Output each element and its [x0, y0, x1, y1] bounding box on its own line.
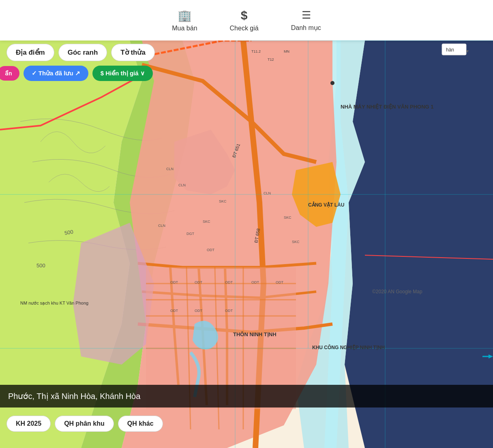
filter-dia-diem[interactable]: Địa điểm	[6, 44, 54, 61]
status-price-btn[interactable]: $ Hiển thị giá ∨	[92, 66, 153, 81]
address-bar: Phước, Thị xã Ninh Hòa, Khánh Hòa	[0, 385, 493, 407]
svg-text:ODT: ODT	[207, 248, 215, 252]
svg-text:hàn: hàn	[446, 47, 454, 53]
status-saved-btn[interactable]: ✓ Thửa đã lưu ↗	[24, 66, 88, 81]
nav-danh-muc[interactable]: ☰ Danh mục	[285, 6, 328, 35]
svg-text:CẢNG VẬT LÀU: CẢNG VẬT LÀU	[308, 201, 344, 208]
svg-text:SKC: SKC	[203, 220, 210, 224]
building-icon: 🏢	[178, 9, 192, 22]
svg-text:T11.2: T11.2	[251, 49, 261, 53]
svg-text:SKC: SKC	[284, 215, 292, 220]
svg-text:©2020 AN Google Map: ©2020 AN Google Map	[372, 289, 422, 294]
svg-text:ODT: ODT	[170, 280, 178, 284]
svg-text:ODT: ODT	[195, 280, 203, 284]
svg-text:NM nước sạch khu KT Vân Phong: NM nước sạch khu KT Vân Phong	[20, 301, 88, 306]
nav-danh-muc-label: Danh mục	[291, 24, 321, 32]
svg-text:▼: ▼	[465, 49, 469, 53]
svg-text:THÔN NINH TỊNH: THÔN NINH TỊNH	[233, 331, 277, 337]
dollar-icon: $	[241, 9, 248, 22]
svg-point-51	[330, 81, 334, 85]
svg-text:SKC: SKC	[219, 199, 227, 203]
nav-mua-ban-label: Mua bán	[172, 25, 197, 32]
pink-tag[interactable]: ẩn	[0, 66, 19, 81]
top-nav: 🏢 Mua bán $ Check giá ☰ Danh mục	[0, 0, 493, 41]
filter-to-thua[interactable]: Tờ thửa	[111, 44, 155, 61]
svg-text:ODT: ODT	[225, 280, 233, 284]
svg-text:ODT: ODT	[170, 309, 178, 313]
svg-text:CLN: CLN	[166, 167, 174, 171]
svg-text:ODT: ODT	[195, 309, 203, 313]
nav-check-gia[interactable]: $ Check giá	[223, 5, 265, 35]
svg-text:T12: T12	[268, 58, 274, 62]
bottom-filter-row: KH 2025 QH phân khu QH khác	[6, 416, 163, 432]
svg-text:CLN: CLN	[158, 224, 165, 228]
svg-text:CLN: CLN	[264, 191, 271, 195]
svg-text:ODT: ODT	[276, 280, 284, 284]
svg-text:ODT: ODT	[225, 309, 233, 313]
btn-qh-phan-khu[interactable]: QH phân khu	[55, 416, 114, 432]
btn-kh-2025[interactable]: KH 2025	[6, 416, 51, 432]
filter-goc-ranh[interactable]: Góc ranh	[58, 44, 107, 61]
status-row: ẩn ✓ Thửa đã lưu ↗ $ Hiển thị giá ∨	[0, 66, 153, 81]
svg-text:NHÀ MÁY NHIỆT ĐIỆN VÂN PHONG 1: NHÀ MÁY NHIỆT ĐIỆN VÂN PHONG 1	[341, 103, 434, 110]
menu-icon: ☰	[302, 9, 310, 21]
nav-check-gia-label: Check giá	[230, 25, 259, 32]
svg-text:500: 500	[36, 262, 45, 269]
nav-mua-ban[interactable]: 🏢 Mua bán	[165, 6, 204, 35]
svg-text:MN: MN	[284, 49, 289, 53]
svg-text:SKC: SKC	[292, 240, 300, 244]
svg-text:KHU CÔNG NGHIỆP NINH TỊNH: KHU CÔNG NGHIỆP NINH TỊNH	[312, 344, 385, 350]
svg-text:CLN: CLN	[178, 183, 186, 187]
svg-text:DGT: DGT	[186, 232, 195, 236]
svg-text:ODT: ODT	[251, 280, 259, 284]
btn-qh-khac[interactable]: QH khác	[118, 416, 163, 432]
filter-row: Địa điểm Góc ranh Tờ thửa	[6, 44, 155, 61]
address-text: Phước, Thị xã Ninh Hòa, Khánh Hòa	[8, 392, 140, 401]
